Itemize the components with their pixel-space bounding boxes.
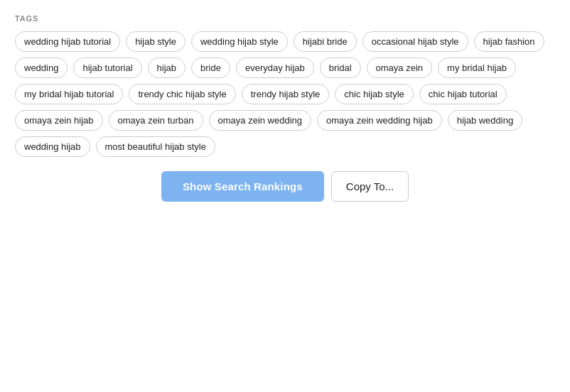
main-container: TAGS wedding hijab tutorialhijab stylewe…: [15, 14, 555, 202]
tag-item[interactable]: trendy chic hijab style: [129, 84, 235, 104]
show-rankings-button[interactable]: Show Search Rankings: [161, 171, 324, 202]
tag-item[interactable]: wedding hijab tutorial: [15, 31, 120, 52]
tag-item[interactable]: bridal: [320, 58, 361, 78]
tag-item[interactable]: hijab fashion: [474, 31, 544, 52]
tags-label: TAGS: [15, 14, 555, 23]
tag-item[interactable]: hijab tutorial: [73, 58, 141, 78]
copy-to-button[interactable]: Copy To...: [331, 171, 409, 202]
actions-row: Show Search Rankings Copy To...: [15, 171, 555, 202]
tags-area: wedding hijab tutorialhijab stylewedding…: [15, 31, 555, 157]
tag-item[interactable]: trendy hijab style: [242, 84, 330, 104]
tag-item[interactable]: omaya zein wedding: [209, 110, 312, 131]
tag-item[interactable]: chic hijab tutorial: [419, 84, 507, 104]
tag-item[interactable]: my bridal hijab tutorial: [15, 84, 123, 104]
tag-item[interactable]: most beautiful hijab style: [96, 136, 215, 157]
tag-item[interactable]: omaya zein turban: [109, 110, 203, 131]
tag-item[interactable]: hijabi bride: [294, 31, 357, 52]
tag-item[interactable]: everyday hijab: [236, 58, 314, 78]
tag-item[interactable]: wedding: [15, 58, 68, 78]
tag-item[interactable]: wedding hijab style: [191, 31, 288, 52]
tag-item[interactable]: my bridal hijab: [438, 58, 516, 78]
tag-item[interactable]: wedding hijab: [15, 136, 90, 157]
tag-item[interactable]: omaya zein hijab: [15, 110, 103, 131]
tag-item[interactable]: hijab style: [126, 31, 185, 52]
tag-item[interactable]: omaya zein: [367, 58, 432, 78]
tag-item[interactable]: hijab: [148, 58, 185, 78]
tag-item[interactable]: omaya zein wedding hijab: [317, 110, 442, 131]
tag-item[interactable]: hijab wedding: [448, 110, 523, 131]
tag-item[interactable]: chic hijab style: [335, 84, 414, 104]
tag-item[interactable]: occasional hijab style: [362, 31, 468, 52]
tag-item[interactable]: bride: [191, 58, 230, 78]
